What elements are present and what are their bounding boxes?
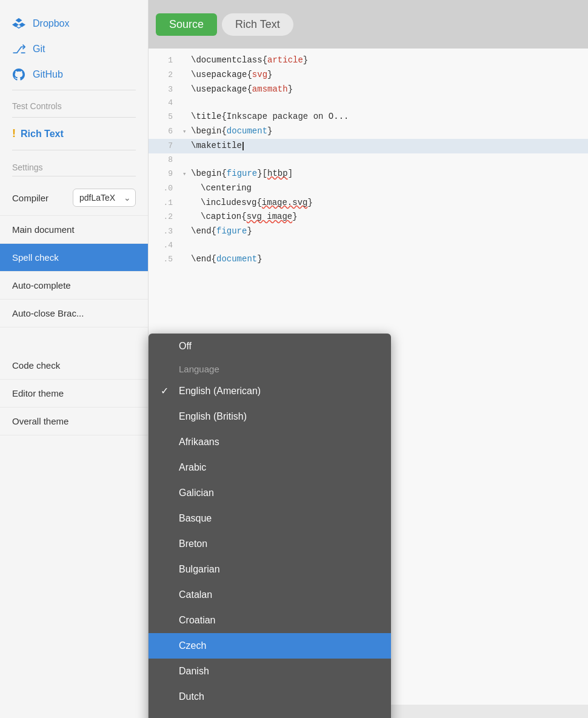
dropdown-item-dutch[interactable]: Dutch [149, 684, 391, 710]
code-line-7: 7 \maketitle [149, 139, 588, 153]
test-controls-label: Test Controls [0, 93, 148, 115]
git-icon: ⎇ [12, 42, 25, 56]
sidebar-item-dropbox[interactable]: Dropbox [0, 11, 148, 36]
main-document-label: Main document [12, 224, 75, 235]
settings-row-code-check[interactable]: Code check [0, 352, 148, 380]
code-check-label: Code check [12, 360, 60, 371]
dropdown-czech-label: Czech [179, 640, 206, 651]
dropdown-arabic-label: Arabic [179, 462, 206, 473]
code-line-2: 2 \usepackage{svg} [149, 68, 588, 82]
compiler-label: Compiler [12, 193, 48, 203]
dropdown-item-afrikaans[interactable]: Afrikaans [149, 429, 391, 455]
code-line-11: .1 \includesvg{image.svg} [149, 196, 588, 210]
divider-1 [12, 90, 136, 90]
code-line-4: 4 [149, 96, 588, 110]
github-icon [12, 68, 25, 81]
sidebar-item-git[interactable]: ⎇ Git [0, 36, 148, 62]
dropdown-item-czech[interactable]: Czech [149, 633, 391, 659]
git-label: Git [33, 44, 45, 55]
dropdown-item-off[interactable]: Off [149, 334, 391, 359]
editor-theme-label: Editor theme [12, 388, 64, 398]
sidebar: Dropbox ⎇ Git GitHub Test Controls ! Ric… [0, 0, 149, 718]
richtext-nav-label: Rich Text [21, 129, 64, 139]
spacer [0, 327, 148, 352]
code-line-9: 9 ▾ \begin{figure}[htbp] [149, 167, 588, 181]
dropdown-item-croatian[interactable]: Croatian [149, 608, 391, 633]
dropdown-danish-label: Danish [179, 666, 209, 677]
auto-complete-label: Auto-complete [12, 280, 71, 290]
settings-row-overall-theme[interactable]: Overall theme [0, 408, 148, 435]
auto-close-label: Auto-close Brac... [12, 308, 84, 318]
spell-check-label: Spell check [12, 252, 59, 263]
settings-row-editor-theme[interactable]: Editor theme [0, 380, 148, 408]
divider-3 [12, 150, 136, 150]
dropdown-galician-label: Galician [179, 488, 214, 498]
compiler-select[interactable]: pdfLaTeX LaTeX XeLaTeX LuaLaTeX [73, 189, 136, 207]
dropdown-item-breton[interactable]: Breton [149, 531, 391, 557]
dropdown-item-galician[interactable]: Galician [149, 480, 391, 506]
code-line-15: .5 \end{document} [149, 252, 588, 267]
code-line-13: .3 \end{figure} [149, 224, 588, 239]
settings-label: Settings [0, 153, 148, 176]
github-label: GitHub [33, 69, 63, 80]
dropdown-item-basque[interactable]: Basque [149, 506, 391, 531]
dropdown-basque-label: Basque [179, 513, 212, 524]
code-line-10: .0 \centering [149, 181, 588, 196]
dropdown-dutch-label: Dutch [179, 691, 204, 702]
tab-richtext[interactable]: Rich Text [222, 13, 293, 36]
code-line-12: .2 \caption{svg image} [149, 210, 588, 224]
dropdown-item-arabic[interactable]: Arabic [149, 455, 391, 480]
checkmark-english-american: ✓ [161, 385, 172, 397]
settings-row-compiler: Compiler pdfLaTeX LaTeX XeLaTeX LuaLaTeX [0, 180, 148, 216]
sidebar-item-richtext[interactable]: ! Rich Text [0, 120, 148, 147]
dropdown-item-catalan[interactable]: Catalan [149, 582, 391, 608]
divider-4 [12, 176, 136, 176]
dropdown-item-esperanto[interactable]: Esperanto [149, 710, 391, 718]
dropdown-section-language: Language [149, 359, 391, 378]
sidebar-item-github[interactable]: GitHub [0, 62, 148, 87]
code-line-5: 5 \title{Inkscape package on O... [149, 110, 588, 124]
settings-row-auto-complete[interactable]: Auto-complete [0, 272, 148, 300]
spell-check-dropdown: Off Language ✓ English (American) Englis… [149, 334, 391, 718]
sidebar-nav-section: Dropbox ⎇ Git GitHub Test Controls ! Ric… [0, 0, 148, 435]
divider-2 [12, 117, 136, 118]
dropdown-english-american-label: English (American) [179, 386, 261, 397]
dropdown-afrikaans-label: Afrikaans [179, 437, 219, 448]
overall-theme-label: Overall theme [12, 416, 68, 426]
dropdown-item-english-british[interactable]: English (British) [149, 404, 391, 429]
code-line-1: 1 \documentclass{article} [149, 53, 588, 68]
dropdown-off-label: Off [179, 341, 192, 352]
dropdown-catalan-label: Catalan [179, 589, 212, 600]
dropbox-icon [12, 17, 25, 30]
dropdown-croatian-label: Croatian [179, 615, 215, 626]
settings-row-spell-check[interactable]: Spell check [0, 244, 148, 272]
code-line-3: 3 \usepackage{amsmath} [149, 82, 588, 97]
dropbox-label: Dropbox [33, 18, 69, 29]
dropdown-item-bulgarian[interactable]: Bulgarian [149, 557, 391, 582]
dropdown-breton-label: Breton [179, 538, 207, 549]
code-line-6: 6 ▾ \begin{document} [149, 124, 588, 139]
code-line-14: .4 [149, 239, 588, 252]
dropdown-english-british-label: English (British) [179, 411, 247, 422]
tab-source[interactable]: Source [156, 13, 217, 36]
dropdown-item-danish[interactable]: Danish [149, 659, 391, 684]
compiler-select-wrapper: pdfLaTeX LaTeX XeLaTeX LuaLaTeX [73, 189, 136, 207]
dropdown-bulgarian-label: Bulgarian [179, 564, 220, 575]
settings-row-main-document[interactable]: Main document [0, 216, 148, 244]
editor-header: Source Rich Text [149, 0, 588, 49]
dropdown-item-english-american[interactable]: ✓ English (American) [149, 378, 391, 404]
settings-row-auto-close[interactable]: Auto-close Brac... [0, 300, 148, 327]
warning-icon: ! [12, 127, 16, 140]
dropdown-language-header: Language [179, 364, 219, 374]
code-line-8: 8 [149, 153, 588, 167]
